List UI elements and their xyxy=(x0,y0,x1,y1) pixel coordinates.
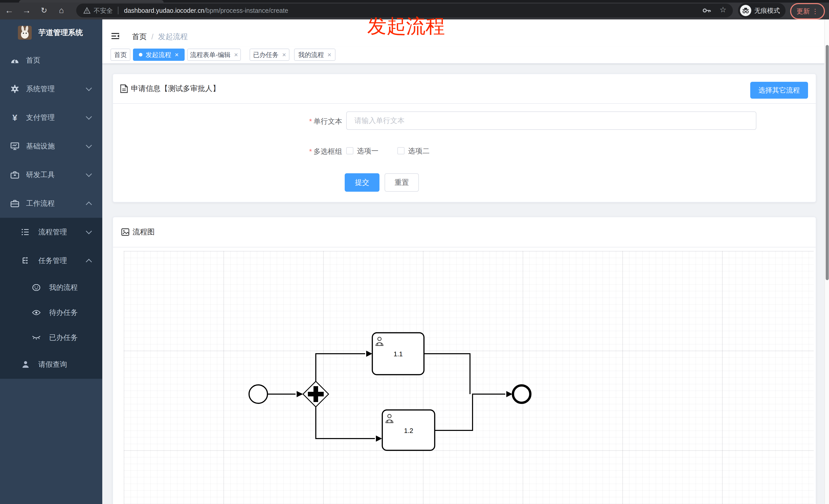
sidebar-item-todo-tasks[interactable]: 待办任务 xyxy=(0,300,102,325)
close-icon[interactable]: × xyxy=(175,51,178,58)
tag-create-process[interactable]: 发起流程 × xyxy=(133,48,185,61)
sidebar-item-system[interactable]: 系统管理 xyxy=(0,75,102,103)
apply-info-header: 申请信息【测试多审批人】 xyxy=(113,74,816,104)
sidebar-item-home[interactable]: 首页 xyxy=(0,46,102,75)
browser-home-button[interactable]: ⌂ xyxy=(53,3,70,18)
sidebar-collapse-icon[interactable] xyxy=(111,33,119,39)
password-key-icon[interactable] xyxy=(703,8,711,13)
sidebar-item-my-process[interactable]: 我的流程 xyxy=(0,275,102,300)
field-label-checkbox-group: *多选框组 xyxy=(297,147,342,156)
sidebar-item-payment[interactable]: ¥ 支付管理 xyxy=(0,103,102,132)
flow-diagram-title: 流程图 xyxy=(133,227,155,237)
tag-done-tasks[interactable]: 已办任务 × xyxy=(250,48,289,61)
browser-chrome: ← → ↻ ⌂ 不安全 dashboard.yudao.iocoder.cn/b… xyxy=(0,0,829,20)
chevron-up-icon xyxy=(86,201,92,207)
breadcrumb-home[interactable]: 首页 xyxy=(132,32,147,42)
tag-label: 流程表单-编辑 xyxy=(190,51,230,59)
reset-button[interactable]: 重置 xyxy=(385,173,419,192)
dashboard-icon xyxy=(10,56,20,64)
sidebar-logo-row[interactable]: 芋道管理系统 xyxy=(0,20,102,46)
browser-tab[interactable] xyxy=(19,0,164,3)
sidebar-item-leave-query[interactable]: 请假查询 xyxy=(0,350,102,379)
sidebar-item-label: 基础设施 xyxy=(26,141,55,151)
required-mark: * xyxy=(309,148,312,155)
sidebar-item-label: 支付管理 xyxy=(26,113,55,122)
sidebar: 芋道管理系统 首页 系统管理 ¥ 支付管理 基础设施 研发工具 xyxy=(0,20,102,504)
chevron-down-icon xyxy=(86,228,92,234)
chevron-down-icon xyxy=(86,114,92,120)
sidebar-item-workflow[interactable]: 工作流程 xyxy=(0,189,102,218)
sidebar-item-done-tasks[interactable]: 已办任务 xyxy=(0,325,102,350)
start-event-node[interactable] xyxy=(249,385,267,403)
face-icon xyxy=(32,284,41,291)
tag-form-edit[interactable]: 流程表单-编辑 × xyxy=(187,48,241,61)
sidebar-item-infra[interactable]: 基础设施 xyxy=(0,132,102,160)
checkbox-option-1[interactable] xyxy=(346,147,353,154)
sidebar-item-label: 待办任务 xyxy=(49,308,78,317)
checkbox-label-option-1[interactable]: 选项一 xyxy=(357,146,379,156)
app-header: 首页 / 发起流程 ? TT xyxy=(102,20,824,46)
tag-label: 我的流程 xyxy=(298,51,324,59)
checkbox-label-option-2[interactable]: 选项二 xyxy=(408,146,430,156)
active-tag-dot xyxy=(139,53,142,56)
incognito-badge[interactable]: 无痕模式 xyxy=(738,3,786,18)
gear-icon xyxy=(10,85,20,93)
close-icon[interactable]: × xyxy=(282,51,286,58)
flow-diagram-header: 流程图 xyxy=(113,217,816,247)
list-tree-icon xyxy=(21,229,30,236)
chevron-down-icon xyxy=(86,85,92,91)
parallel-gateway-node[interactable] xyxy=(303,381,329,407)
sidebar-item-process-mgmt[interactable]: 流程管理 xyxy=(0,218,102,246)
sidebar-item-label: 研发工具 xyxy=(26,170,55,180)
person-icon xyxy=(21,361,30,368)
sidebar-item-label: 流程管理 xyxy=(38,227,67,237)
scrollbar-thumb[interactable] xyxy=(826,45,829,280)
branch-icon xyxy=(21,257,30,264)
checkbox-option-2[interactable] xyxy=(397,147,404,154)
edge-task11-end xyxy=(424,354,470,394)
apply-info-title: 申请信息【测试多审批人】 xyxy=(131,84,220,94)
url-separator xyxy=(118,7,118,14)
browser-update-button[interactable]: 更新 ⋮ xyxy=(790,3,825,20)
sidebar-item-label: 任务管理 xyxy=(38,256,67,266)
select-other-process-button[interactable]: 选择其它流程 xyxy=(750,82,808,99)
sidebar-item-label: 工作流程 xyxy=(26,199,55,208)
tag-home[interactable]: 首页 xyxy=(110,48,131,61)
sidebar-item-task-mgmt[interactable]: 任务管理 xyxy=(0,246,102,275)
submit-button[interactable]: 提交 xyxy=(345,173,380,192)
task-label: 1.2 xyxy=(404,427,413,434)
document-icon xyxy=(120,84,128,93)
address-bar[interactable]: 不安全 dashboard.yudao.iocoder.cn/bpm/proce… xyxy=(76,4,733,17)
user-task-1-1-node[interactable]: 1.1 xyxy=(372,333,424,375)
page-scrollbar xyxy=(824,20,829,504)
single-text-input[interactable] xyxy=(346,111,756,130)
edge-task12-end xyxy=(435,394,505,430)
briefcase-icon xyxy=(10,171,20,179)
browser-forward-button[interactable]: → xyxy=(19,3,35,18)
field-label-single-text: *单行文本 xyxy=(297,117,342,126)
incognito-label: 无痕模式 xyxy=(754,6,780,15)
tag-my-process[interactable]: 我的流程 × xyxy=(294,48,335,61)
browser-reload-button[interactable]: ↻ xyxy=(36,3,52,18)
breadcrumb-separator: / xyxy=(151,33,153,41)
security-label: 不安全 xyxy=(94,6,113,15)
chevron-down-icon xyxy=(86,142,92,148)
chevron-up-icon xyxy=(86,259,92,265)
flow-diagram-card: 流程图 xyxy=(112,217,816,504)
browser-menu-dots-icon[interactable]: ⋮ xyxy=(812,7,819,15)
url-domain: dashboard.yudao.iocoder.cn xyxy=(124,7,204,14)
update-label: 更新 xyxy=(796,7,810,16)
app-title: 芋道管理系统 xyxy=(38,28,83,38)
close-icon[interactable]: × xyxy=(234,51,238,58)
sidebar-item-devtools[interactable]: 研发工具 xyxy=(0,160,102,189)
user-task-1-2-node[interactable]: 1.2 xyxy=(382,410,435,450)
bookmark-star-icon[interactable]: ☆ xyxy=(720,5,726,14)
tag-label: 发起流程 xyxy=(145,51,171,59)
browser-back-button[interactable]: ← xyxy=(1,3,17,18)
close-icon[interactable]: × xyxy=(327,51,331,58)
end-event-node[interactable] xyxy=(513,385,530,403)
browser-tabstrip xyxy=(0,0,829,3)
bpmn-canvas[interactable]: 1.1 1.2 xyxy=(124,251,814,504)
eye-closed-icon xyxy=(32,335,41,340)
url-path: /bpm/process-instance/create xyxy=(204,7,288,14)
